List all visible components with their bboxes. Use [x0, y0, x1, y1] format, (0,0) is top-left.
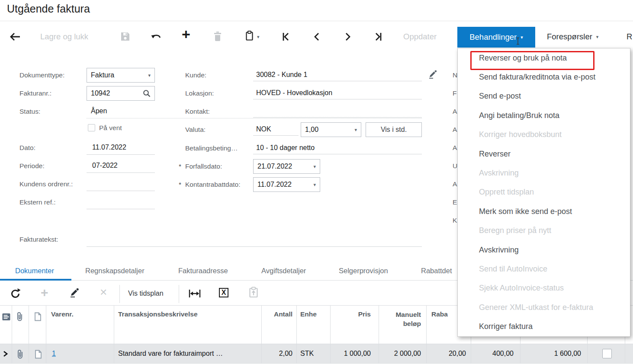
foresporsler-button-label: Forespørsler [547, 32, 592, 42]
dokumenttype-select[interactable]: Faktura ▾ [87, 68, 155, 83]
grid-line [46, 305, 46, 363]
tab-rabattdetaljer[interactable]: Rabattdet [421, 267, 452, 275]
grid-line [296, 305, 297, 363]
pa-vent-checkbox[interactable] [88, 124, 95, 131]
export-to-excel-icon[interactable]: X [219, 288, 228, 297]
betalingsbetingelser-label: Betalingsbeting… [185, 144, 238, 152]
dato-value[interactable]: 11.07.2022 [92, 144, 126, 151]
pa-vent-label: På vent [99, 124, 122, 132]
row-selector-chevron-icon[interactable] [3, 351, 8, 357]
fakturatekst-underline [87, 246, 422, 247]
active-tab-underline [0, 279, 71, 281]
menu-item-avskrivning-2[interactable]: Avskrivning [458, 240, 630, 259]
right-col-label-6: U [453, 162, 457, 170]
tab-regnskapsdetaljer[interactable]: Regnskapsdetaljer [85, 267, 145, 275]
column-header-manuelt-belop[interactable]: Manuelt beløp [379, 310, 421, 329]
back-icon[interactable] [10, 32, 21, 42]
partial-right-button[interactable]: R [627, 26, 632, 48]
column-header-pris[interactable]: Pris [330, 310, 371, 318]
search-icon[interactable] [143, 89, 151, 97]
periode-value[interactable]: 07-2022 [92, 162, 118, 169]
status-label: Status: [19, 108, 40, 115]
grid-edit-row-icon[interactable] [70, 288, 79, 297]
fakturatekst-label: Fakturatekst: [19, 236, 58, 243]
tab-fakturaadresse[interactable]: Fakturaadresse [178, 267, 228, 275]
paste-icon[interactable] [245, 31, 254, 41]
menu-item-send-e-post[interactable]: Send e-post [458, 87, 630, 106]
dokumenttype-label: Dokumenttype: [19, 71, 64, 79]
menu-item-korriger-faktura[interactable]: Korriger faktura [458, 317, 630, 336]
last-record-icon[interactable] [375, 32, 382, 42]
fit-width-icon[interactable] [189, 289, 201, 298]
foresporsler-button[interactable]: Forespørsler ▾ [547, 26, 598, 48]
tab-dokumenter[interactable]: Dokumenter [15, 267, 54, 275]
next-record-icon[interactable] [344, 32, 351, 42]
valuta-label: Valuta: [185, 126, 206, 134]
chevron-down-icon: ▾ [148, 73, 151, 78]
grid-toolbar-separator [119, 285, 120, 303]
kontantrabattdato-datepicker[interactable]: 11.07.2022 ▾ [253, 177, 320, 192]
row-settings-icon[interactable] [2, 313, 11, 321]
lokasjon-value[interactable]: HOVED - Hovedlokasjon [256, 89, 332, 97]
behandlinger-button-label: Behandlinger [469, 32, 517, 42]
row-varenr-link[interactable]: 1 [52, 350, 56, 358]
menu-item-angi-betaling-bruk-nota[interactable]: Angi betaling/Bruk nota [458, 106, 630, 125]
outgoing-invoice-screen: Utgående faktura Lagre og lukk + ▾ Oppda… [0, 0, 633, 364]
behandlinger-button[interactable]: Behandlinger ▾ [457, 27, 535, 48]
periode-underline [87, 172, 155, 173]
edit-pencil-icon[interactable] [428, 70, 437, 79]
kontantrabattdato-required-marker: * [179, 181, 181, 188]
undo-icon[interactable] [151, 32, 162, 41]
fakturanr-input[interactable]: 10942 [87, 86, 155, 101]
grid-refresh-icon[interactable] [10, 288, 21, 299]
valuta-rate-select[interactable]: 1,00 ▾ [301, 122, 361, 137]
column-header-varenr[interactable]: Varenr. [51, 310, 74, 318]
kunde-value[interactable]: 30082 - Kunde 1 [256, 71, 307, 79]
dokumenttype-value: Faktura [91, 71, 114, 79]
grid-line [29, 305, 29, 363]
red-annotation-box [470, 51, 594, 70]
grid-line [12, 305, 12, 363]
valuta-currency[interactable]: NOK [256, 125, 271, 133]
status-value: Åpen [91, 107, 107, 115]
dato-label: Dato: [19, 144, 35, 152]
menu-item-avskrivning-1: Avskrivning [458, 163, 630, 182]
vis-tidsplan-button[interactable]: Vis tidsplan [128, 290, 164, 297]
kontantrabattdato-label: Kontantrabattdato: [185, 181, 241, 188]
row-checkbox[interactable] [602, 349, 612, 358]
first-record-icon[interactable] [282, 32, 289, 42]
status-underline [87, 118, 422, 118]
menu-item-reverser[interactable]: Reverser [458, 144, 630, 163]
menu-item-send-til-autoinvoice: Send til AutoInvoice [458, 259, 630, 278]
lokasjon-underline [253, 99, 422, 99]
kundens-ordrenr-underline [87, 191, 155, 191]
tab-selgerprovisjon[interactable]: Selgerprovisjon [339, 267, 388, 275]
right-col-label-4: A [453, 126, 457, 134]
row-belop: 1 600,00 [520, 350, 581, 358]
tab-avgiftsdetaljer[interactable]: Avgiftsdetaljer [261, 267, 306, 275]
column-header-rabatt[interactable]: Raba [431, 310, 448, 318]
right-col-label-9: K [453, 217, 457, 224]
column-header-antall[interactable]: Antall [261, 310, 292, 318]
menu-item-beregn-priser-pa-nytt: Beregn priser på nytt [458, 221, 630, 240]
right-col-label-8: E [453, 198, 457, 206]
note-document-icon [34, 312, 42, 321]
vis-i-std-button[interactable]: Vis i std. [366, 122, 422, 137]
vis-i-std-label: Vis i std. [381, 126, 407, 134]
betalingsbetingelser-value[interactable]: 10 - 10 dager netto [256, 144, 315, 152]
menu-item-send-faktura-kreditnota-via-e-post[interactable]: Send faktura/kreditnota via e-post [458, 67, 630, 86]
row-attachment-paperclip-icon[interactable] [16, 349, 24, 360]
add-icon[interactable]: + [182, 27, 190, 42]
ekstern-ref-underline [87, 209, 155, 209]
paste-chevron-down-icon[interactable]: ▾ [257, 35, 260, 39]
row-note-document-icon[interactable] [35, 350, 42, 359]
kundens-ordrenr-label: Kundens ordrenr.: [19, 180, 73, 188]
menu-item-merk-som-ikke-send-e-post[interactable]: Merk som ikke send e-post [458, 202, 630, 221]
row-rabatt-belop: 400,00 [471, 350, 514, 358]
forfallsdato-datepicker[interactable]: 21.07.2022 ▾ [253, 159, 320, 174]
column-header-enhet[interactable]: Enhe [300, 310, 317, 318]
row-manuelt-belop: 2 000,00 [379, 350, 421, 358]
chevron-down-icon: ▾ [313, 182, 316, 187]
column-header-beskrivelse[interactable]: Transaksjonsbeskrivelse [118, 310, 198, 318]
previous-record-icon[interactable] [313, 32, 320, 42]
